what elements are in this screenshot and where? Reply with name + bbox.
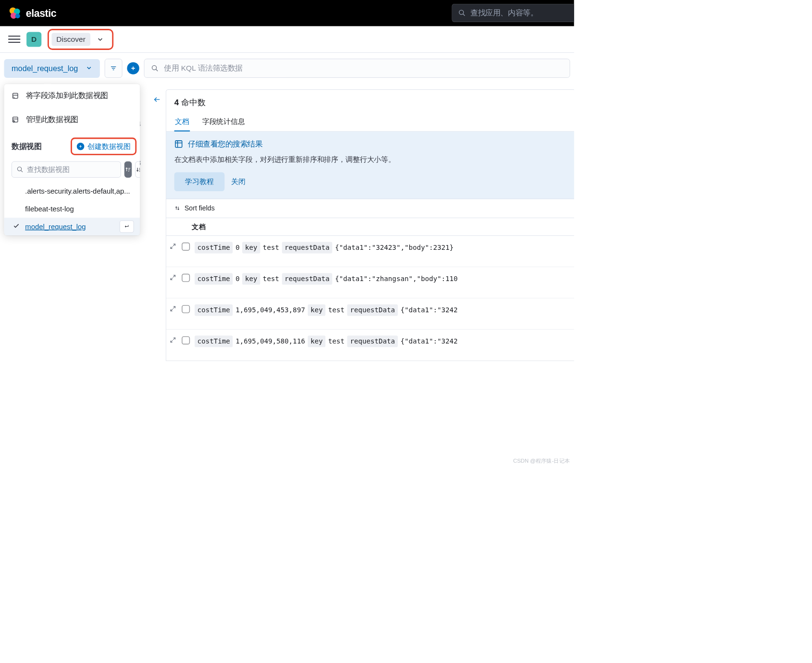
table-row: costTime0 keytest requestData{"data1":"z…: [166, 267, 574, 298]
tab-field-stats[interactable]: 字段统计信息: [201, 112, 246, 131]
nav-menu-button[interactable]: [8, 33, 20, 45]
filter-button[interactable]: [105, 59, 123, 78]
field-value: test: [263, 243, 279, 253]
expand-row-button[interactable]: [170, 305, 177, 313]
svg-line-12: [156, 69, 158, 71]
expand-icon: [170, 305, 176, 312]
create-dataview-button[interactable]: 创建数据视图: [71, 137, 136, 155]
expand-icon: [170, 274, 176, 281]
tip-description: 在文档表中添加相关字段，对列进行重新排序和排序，调整行大小等。: [174, 154, 566, 165]
collapse-icon: [153, 96, 161, 104]
menu-item-label: 将字段添加到此数据视图: [26, 91, 108, 101]
field-value: 1,695,049,453,897: [235, 305, 305, 315]
chevron-down-icon: [86, 64, 92, 72]
search-icon: [17, 166, 24, 173]
hit-count: 4 命中数: [166, 90, 574, 112]
doc-column-header: 文档: [166, 218, 574, 235]
field-value: 0: [235, 243, 240, 253]
dataview-search[interactable]: [12, 161, 121, 178]
check-icon: [13, 222, 20, 231]
table-row: costTime1,695,049,580,116 keytest reques…: [166, 330, 574, 361]
sort-asc-icon: [124, 166, 131, 173]
hit-count-label: 命中数: [181, 98, 206, 107]
global-search-input[interactable]: [470, 9, 568, 17]
query-bar: model_request_log: [0, 53, 574, 84]
svg-point-23: [17, 167, 21, 171]
results-tabs: 文档 字段统计信息: [166, 112, 574, 131]
table-row: costTime1,695,049,453,897 keytest reques…: [166, 298, 574, 329]
svg-line-38: [171, 278, 172, 280]
svg-line-24: [21, 171, 23, 172]
field-value: 0: [235, 274, 240, 284]
sort-asc-button[interactable]: [124, 161, 132, 178]
expand-row-button[interactable]: [170, 336, 177, 344]
manage-dataview-menu-item[interactable]: 管理此数据视图: [4, 108, 140, 131]
enter-key-badge: [120, 221, 134, 233]
dataview-search-input[interactable]: [27, 165, 116, 173]
field-value: test: [328, 336, 344, 346]
svg-line-42: [171, 340, 172, 342]
field-name: requestData: [347, 335, 398, 347]
svg-rect-18: [13, 117, 18, 122]
field-name: requestData: [282, 273, 332, 284]
svg-rect-32: [175, 141, 182, 147]
field-name: requestData: [282, 242, 332, 253]
global-search[interactable]: [452, 4, 574, 22]
sort-desc-icon: [135, 166, 140, 173]
section-label: 数据视图: [12, 141, 41, 151]
return-icon: [123, 223, 131, 230]
add-field-menu-item[interactable]: 将字段添加到此数据视图: [4, 84, 140, 108]
search-icon: [458, 9, 466, 17]
svg-line-39: [173, 307, 175, 308]
field-value: test: [328, 305, 344, 315]
svg-line-37: [173, 275, 175, 277]
add-filter-button[interactable]: [127, 62, 139, 74]
tip-title: 仔细查看您的搜索结果: [188, 139, 263, 149]
field-value: 1,695,049,580,116: [235, 336, 305, 346]
collapse-sidebar-button[interactable]: [153, 96, 161, 105]
kql-input[interactable]: [164, 64, 563, 73]
sort-desc-button[interactable]: [135, 161, 140, 178]
results-panel: 4 命中数 文档 字段统计信息 仔细查看您的搜索结果 在文档表中添加相关字段，对…: [166, 89, 574, 361]
field-value: test: [263, 274, 279, 284]
doc-source: costTime0 keytest requestData{"data1":"3…: [195, 242, 454, 253]
svg-line-41: [173, 338, 175, 340]
space-badge[interactable]: D: [26, 32, 41, 47]
filter-icon: [110, 64, 117, 72]
inspect-icon: [174, 140, 183, 148]
expand-row-button[interactable]: [170, 243, 177, 250]
dataview-list-item[interactable]: .alerts-security.alerts-default,ap...: [4, 183, 140, 200]
app-name-pill[interactable]: Discover: [51, 33, 90, 46]
dataview-list-item[interactable]: model_request_log: [4, 218, 140, 235]
kql-input-wrap[interactable]: [144, 59, 570, 78]
row-checkbox[interactable]: [182, 274, 190, 282]
sort-icon: [174, 205, 181, 211]
dataview-name: model_request_log: [25, 222, 86, 231]
row-checkbox[interactable]: [182, 305, 190, 313]
svg-point-3: [15, 13, 20, 18]
dataview-selector[interactable]: model_request_log: [4, 59, 99, 78]
field-value: {"data1":"zhangsan","body":110: [335, 274, 457, 284]
chevron-down-icon[interactable]: [96, 36, 104, 43]
expand-icon: [170, 336, 176, 343]
brand-text: elastic: [26, 7, 57, 19]
elastic-logo-icon: [8, 6, 22, 20]
svg-point-11: [152, 65, 156, 70]
brand-logo[interactable]: elastic: [8, 6, 56, 20]
dataview-list-item[interactable]: filebeat-test-log: [4, 200, 140, 218]
create-dataview-label: 创建数据视图: [87, 142, 130, 151]
svg-line-35: [173, 244, 175, 246]
row-checkbox[interactable]: [182, 336, 190, 344]
add-field-icon: [12, 92, 19, 100]
field-value: {"data1":"32423","body":2321}: [335, 243, 454, 253]
expand-row-button[interactable]: [170, 274, 177, 282]
row-checkbox[interactable]: [182, 243, 190, 251]
learn-button[interactable]: 学习教程: [174, 172, 225, 191]
sort-fields-button[interactable]: Sort fields: [166, 199, 574, 218]
svg-line-40: [171, 309, 172, 311]
field-name: key: [242, 273, 260, 284]
breadcrumb-app-highlight: Discover: [48, 29, 113, 50]
doc-source: costTime1,695,049,580,116 keytest reques…: [195, 335, 457, 347]
close-tip-button[interactable]: 关闭: [231, 177, 246, 186]
tab-documents[interactable]: 文档: [174, 112, 190, 131]
